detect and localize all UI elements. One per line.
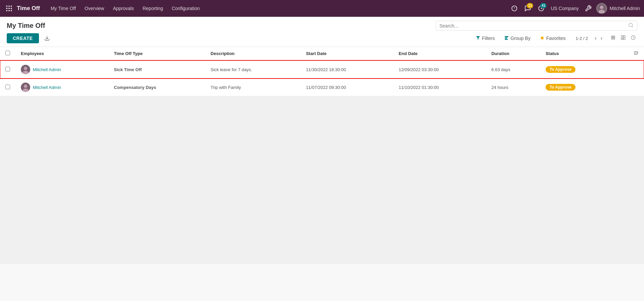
select-all-header[interactable]	[0, 47, 15, 60]
row2-employee-name[interactable]: Mitchell Admin	[33, 85, 61, 90]
search-input[interactable]	[439, 23, 628, 29]
row1-time-off-type: Sick Time Off	[109, 60, 205, 79]
filters-row: Filters Group By Favorit	[474, 34, 637, 43]
col-status: Status	[540, 47, 614, 60]
row1-checkbox[interactable]	[5, 67, 10, 71]
nav-overview[interactable]: Overview	[81, 4, 108, 13]
row2-status: To Approve	[540, 79, 614, 96]
create-button[interactable]: CREATE	[7, 33, 39, 43]
row1-end-date: 12/09/2022 03:30:00	[393, 60, 486, 79]
svg-rect-22	[621, 36, 623, 38]
list-view-button[interactable]	[609, 34, 617, 42]
svg-rect-1	[8, 6, 9, 7]
col-time-off-type: Time Off Type	[109, 47, 205, 60]
favorites-button[interactable]: Favorites	[538, 34, 568, 43]
row1-description: Sick leave for 7 days.	[205, 60, 301, 79]
svg-rect-17	[505, 37, 507, 38]
pagination-info: 1-2 / 2	[575, 36, 588, 41]
svg-rect-25	[621, 39, 623, 40]
svg-rect-4	[8, 8, 9, 9]
svg-point-31	[24, 67, 27, 70]
pagination-buttons: ‹ ›	[593, 35, 604, 42]
col-end-date: End Date	[393, 47, 486, 60]
col-description: Description	[205, 47, 301, 60]
row2-actions	[614, 79, 644, 96]
svg-point-14	[629, 23, 633, 27]
row2-end-date: 11/10/2022 01:30:00	[393, 79, 486, 96]
row1-actions	[614, 60, 644, 79]
toolbar: CREATE Filters	[7, 33, 637, 47]
col-start-date: Start Date	[301, 47, 393, 60]
next-page-button[interactable]: ›	[599, 35, 604, 42]
user-name: Mitchell Admin	[610, 6, 640, 11]
svg-rect-3	[6, 8, 7, 9]
nav-approvals[interactable]: Approvals	[109, 4, 138, 13]
row1-status-badge: To Approve	[546, 66, 575, 73]
svg-point-34	[24, 85, 27, 88]
row2-checkbox-cell[interactable]	[0, 79, 15, 96]
prev-page-button[interactable]: ‹	[593, 35, 598, 42]
svg-rect-23	[624, 36, 625, 37]
page-title: My Time Off	[7, 22, 45, 30]
top-navigation: Time Off My Time Off Overview Approvals …	[0, 0, 644, 17]
table-row[interactable]: Mitchell Admin Compensatory Days Trip wi…	[0, 79, 644, 96]
svg-rect-2	[11, 6, 12, 7]
row2-checkbox[interactable]	[5, 85, 10, 89]
row1-checkbox-cell[interactable]	[0, 60, 15, 79]
svg-point-12	[600, 6, 603, 9]
filters-button[interactable]: Filters	[474, 34, 497, 43]
favorites-label: Favorites	[546, 36, 566, 41]
col-settings[interactable]	[614, 47, 644, 60]
row2-description: Trip with Family	[205, 79, 301, 96]
svg-rect-0	[6, 6, 7, 7]
activities-icon-btn[interactable]: 41	[536, 3, 547, 14]
nav-configuration[interactable]: Configuration	[168, 4, 204, 13]
support-icon-btn[interactable]	[509, 3, 520, 14]
row1-employee: Mitchell Admin	[15, 60, 109, 79]
svg-rect-16	[505, 36, 509, 37]
svg-rect-24	[624, 38, 625, 40]
clock-view-button[interactable]	[629, 34, 637, 42]
row1-duration: 6.63 days	[486, 60, 540, 79]
company-name: US Company	[551, 6, 578, 11]
kanban-view-button[interactable]	[619, 34, 627, 42]
topnav-right: 11 41 US Company Mitchell Admin	[509, 3, 640, 14]
nav-my-time-off[interactable]: My Time Off	[47, 4, 80, 13]
row2-time-off-type: Compensatory Days	[109, 79, 205, 96]
groupby-icon	[504, 36, 509, 41]
svg-rect-5	[11, 8, 12, 9]
apps-menu-button[interactable]	[4, 3, 14, 13]
svg-rect-6	[6, 10, 7, 11]
search-bar[interactable]	[436, 21, 637, 31]
col-employees: Employees	[15, 47, 109, 60]
main-content: Employees Time Off Type Description Star…	[0, 47, 644, 96]
row1-status: To Approve	[540, 60, 614, 79]
filters-label: Filters	[482, 36, 495, 41]
user-avatar[interactable]	[596, 3, 607, 14]
nav-menu: My Time Off Overview Approvals Reporting…	[47, 4, 509, 13]
table-row[interactable]: Mitchell Admin Sick Time Off Sick leave …	[0, 60, 644, 79]
view-toggle-buttons	[609, 34, 637, 42]
settings-icon-btn[interactable]	[583, 3, 594, 14]
row2-avatar	[21, 83, 30, 92]
nav-reporting[interactable]: Reporting	[138, 4, 167, 13]
download-button[interactable]	[42, 34, 52, 42]
bottom-area	[0, 96, 644, 264]
groupby-label: Group By	[511, 36, 530, 41]
activities-badge: 41	[540, 3, 547, 8]
row2-employee: Mitchell Admin	[15, 79, 109, 96]
search-icon[interactable]	[628, 22, 634, 29]
filter-icon	[476, 36, 480, 41]
row1-employee-name[interactable]: Mitchell Admin	[33, 67, 61, 72]
select-all-checkbox[interactable]	[5, 51, 10, 55]
row2-status-badge: To Approve	[546, 84, 575, 91]
col-duration: Duration	[486, 47, 540, 60]
star-icon	[540, 36, 545, 41]
brand-title: Time Off	[17, 5, 40, 12]
row2-start-date: 11/07/2022 09:30:00	[301, 79, 393, 96]
messages-icon-btn[interactable]: 11	[522, 3, 533, 14]
groupby-button[interactable]: Group By	[502, 34, 532, 43]
data-table: Employees Time Off Type Description Star…	[0, 47, 644, 96]
row1-start-date: 11/30/2022 18:30:00	[301, 60, 393, 79]
svg-rect-8	[11, 10, 12, 11]
